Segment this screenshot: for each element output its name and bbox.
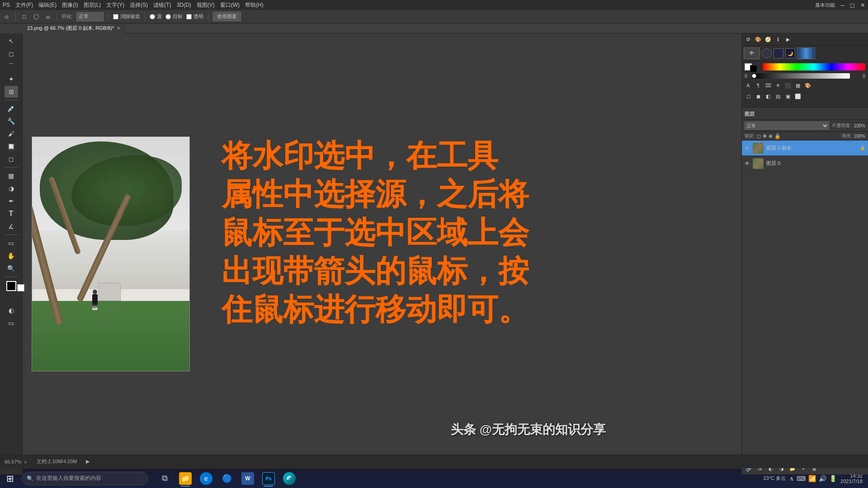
panel-tool-13[interactable]: ⬜ xyxy=(793,92,802,101)
taskbar-photoshop[interactable]: Ps xyxy=(259,469,278,488)
taskbar-taskview[interactable]: ⧉ xyxy=(155,469,175,488)
bg-color-swatch[interactable] xyxy=(750,65,757,72)
use-pattern-button[interactable]: 使用图案 xyxy=(213,12,241,21)
keyboard-icon[interactable]: ⌨ xyxy=(797,475,806,482)
window-close[interactable]: ✕ xyxy=(860,2,865,9)
panel-icon-color[interactable]: 🎨 xyxy=(754,35,763,44)
tab-close-icon[interactable]: ✕ xyxy=(117,26,120,31)
tool-gradient[interactable]: ▦ xyxy=(5,170,18,182)
menu-ps[interactable]: PS xyxy=(3,2,10,8)
tool-brush[interactable]: 🖌 xyxy=(5,128,18,140)
lock-all-icon[interactable]: 🔒 xyxy=(774,133,781,139)
panel-thumb-3[interactable] xyxy=(774,48,783,58)
panel-tool-3[interactable]: ⌧ xyxy=(764,81,773,90)
panel-tool-2[interactable]: ¶ xyxy=(754,81,763,90)
lock-artboard-icon[interactable]: ⊕ xyxy=(769,133,773,139)
anti-alias-checkbox[interactable] xyxy=(113,14,118,19)
panel-icon-settings[interactable]: ⚙ xyxy=(744,35,753,44)
tool-screen-mode[interactable]: ▭ xyxy=(5,317,18,329)
menu-file[interactable]: 文件(F) xyxy=(15,1,33,9)
panel-tool-12[interactable]: ▣ xyxy=(783,92,793,101)
panel-thumb-4[interactable]: 🌙 xyxy=(785,48,795,58)
volume-icon[interactable]: 🔊 xyxy=(819,475,826,482)
taskbar-fileexplorer[interactable]: 📁 xyxy=(175,469,195,488)
toolbar-lasso-btn[interactable]: ω xyxy=(44,13,52,20)
toolbar-ellipse-btn[interactable]: ◯ xyxy=(32,13,41,20)
photo-canvas[interactable] xyxy=(32,136,190,371)
tool-type[interactable]: T xyxy=(5,208,18,220)
panel-tool-11[interactable]: ▤ xyxy=(774,92,783,101)
panel-thumb-1[interactable]: 中 xyxy=(744,47,760,59)
panel-tool-9[interactable]: ◼ xyxy=(754,92,763,101)
layer-item-1[interactable]: 👁 图层 0 xyxy=(742,156,868,171)
panel-tool-10[interactable]: ◧ xyxy=(764,92,773,101)
tool-move[interactable]: ↖ xyxy=(5,35,18,47)
panel-thumb-5[interactable] xyxy=(797,47,815,59)
b-slider[interactable] xyxy=(752,73,850,79)
menu-help[interactable]: 帮助(H) xyxy=(245,1,264,9)
tool-dodge[interactable]: ◑ xyxy=(5,183,18,194)
menu-select[interactable]: 选择(S) xyxy=(130,1,148,9)
source-radio[interactable] xyxy=(150,14,155,19)
menu-layer[interactable]: 图层(L) xyxy=(84,1,101,9)
tool-magic-wand[interactable]: ✦ xyxy=(5,73,18,85)
tool-pen[interactable]: ✒ xyxy=(5,195,18,207)
network-icon[interactable]: 📶 xyxy=(808,475,816,482)
menu-filter[interactable]: 滤镜(T) xyxy=(153,1,171,9)
tool-zoom[interactable]: 🔍 xyxy=(5,263,18,274)
tool-hand[interactable]: ✋ xyxy=(5,250,18,262)
tool-shape[interactable]: ▭ xyxy=(5,237,18,249)
window-maximize[interactable]: ◻ xyxy=(850,2,855,9)
panel-tool-7[interactable]: 🎨 xyxy=(803,81,812,90)
taskbar-app-other[interactable]: 🌊 xyxy=(279,469,299,488)
panel-tool-1[interactable]: A xyxy=(744,81,753,90)
layer-mode-select[interactable]: 正常 xyxy=(745,122,829,130)
tray-expand-icon[interactable]: ∧ xyxy=(789,475,794,482)
panel-tool-8[interactable]: ◻ xyxy=(744,92,753,101)
panel-icon-info[interactable]: ℹ xyxy=(774,35,783,44)
battery-icon[interactable]: 🔋 xyxy=(829,475,837,482)
tool-marquee[interactable]: ◻ xyxy=(5,48,18,60)
menu-edit[interactable]: 编辑(E) xyxy=(38,1,57,9)
zoom-triangle[interactable]: ▲ xyxy=(23,459,28,464)
tool-eraser[interactable]: ◻ xyxy=(5,153,18,165)
tool-stamp[interactable]: 🔲 xyxy=(5,141,18,152)
document-tab[interactable]: 23.png @ 66.7% (图层 0 副本, RGB/8)* ✕ xyxy=(23,23,125,33)
mode-select[interactable] xyxy=(76,12,104,21)
taskbar-word[interactable]: W xyxy=(238,469,258,488)
foreground-color[interactable] xyxy=(6,281,16,291)
target-radio[interactable] xyxy=(165,14,171,19)
taskbar-chrome[interactable]: 🔵 xyxy=(217,469,237,488)
panel-icon-arrow[interactable]: ▶ xyxy=(783,35,793,44)
color-spectrum[interactable] xyxy=(763,63,865,70)
tool-lasso[interactable]: ⌒ xyxy=(5,61,18,72)
lock-position-icon[interactable]: ✙ xyxy=(763,133,767,139)
tool-crop[interactable]: ⊞ xyxy=(5,86,18,98)
transparent-checkbox[interactable] xyxy=(186,14,192,19)
menu-3d[interactable]: 3D(D) xyxy=(177,2,191,8)
search-bar[interactable]: 🔍 在这里输入你要搜索的内容 xyxy=(22,472,148,485)
tool-eyedropper[interactable]: 💉 xyxy=(5,103,18,114)
layer-visibility-1[interactable]: 👁 xyxy=(745,160,750,167)
menu-view[interactable]: 视图(V) xyxy=(197,1,215,9)
tool-healing[interactable]: 🔧 xyxy=(5,115,18,127)
lock-pixel-icon[interactable]: ◻ xyxy=(757,133,761,139)
menu-type[interactable]: 文字(Y) xyxy=(106,1,124,9)
tool-quick-mask[interactable]: ◐ xyxy=(5,305,18,316)
panel-tool-4[interactable]: ☀ xyxy=(774,81,783,90)
panel-icon-navigator[interactable]: 🧭 xyxy=(764,35,773,44)
taskbar-edge[interactable]: e xyxy=(196,469,216,488)
panel-tool-5[interactable]: ⬛ xyxy=(783,81,793,90)
menu-window[interactable]: 窗口(W) xyxy=(220,1,240,9)
layer-item-0[interactable]: 👁 图层 0 副本 🔒 xyxy=(742,141,868,156)
status-arrow[interactable]: ▶ xyxy=(86,459,90,465)
window-minimize[interactable]: ─ xyxy=(840,2,844,9)
panel-thumb-moon[interactable] xyxy=(762,48,772,58)
tool-path-select[interactable]: ∡ xyxy=(5,221,18,232)
background-color[interactable] xyxy=(17,284,24,291)
panel-tool-6[interactable]: ▦ xyxy=(793,81,802,90)
datetime-widget[interactable]: 14:32 2021/7/18 xyxy=(840,473,863,484)
layer-visibility-0[interactable]: 👁 xyxy=(745,145,750,151)
menu-image[interactable]: 图像(I) xyxy=(62,1,78,9)
toolbar-rect-btn[interactable]: ◻ xyxy=(20,13,28,20)
